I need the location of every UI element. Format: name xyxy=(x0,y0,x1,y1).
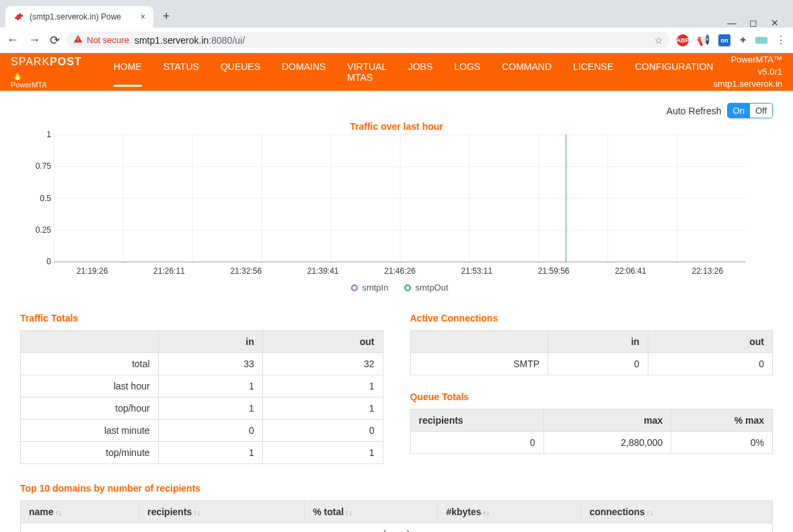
cell-pct-max: 0% xyxy=(671,432,773,454)
cell-in: 1 xyxy=(158,397,262,420)
url-host: smtp1.serverok.in xyxy=(135,35,209,46)
server-text: smtp1.serverok.in xyxy=(713,78,782,90)
chart-area[interactable]: 1 0.75 0.5 0.25 0 xyxy=(54,135,746,262)
sort-icon: ↑↓ xyxy=(193,508,200,517)
app-header: SPARKPOST 🔥 PowerMTA HOME STATUS QUEUES … xyxy=(0,53,793,91)
nav-home[interactable]: HOME xyxy=(114,57,142,87)
tab-strip: (smtp1.serverok.in) Powe × + — ◻ ✕ xyxy=(0,0,793,28)
nav-configuration[interactable]: CONFIGURATION xyxy=(635,57,713,87)
y-tick: 1 xyxy=(46,130,51,139)
top-domains-table: name↑↓ recipients↑↓ % total↑↓ #kbytes↑↓ … xyxy=(20,500,773,532)
active-connections-table: in out SMTP00 xyxy=(410,330,773,375)
cell-in: 33 xyxy=(158,353,262,375)
col-blank xyxy=(410,331,548,353)
x-tick: 22:06:41 xyxy=(592,266,669,276)
traffic-totals-table: in out total3332 last hour11 top/hour11 … xyxy=(20,330,383,464)
x-tick: 21:26:11 xyxy=(130,266,207,276)
more-menu-icon[interactable]: ⋮ xyxy=(776,34,786,46)
cell-out: 0 xyxy=(262,420,383,442)
col-label: recipients xyxy=(147,506,192,517)
window-minimize-button[interactable]: — xyxy=(727,18,737,28)
megaphone-icon[interactable]: 📢 xyxy=(697,34,710,46)
version-text: PowerMTA™ v5.0r1 xyxy=(713,54,782,78)
col-label: % total xyxy=(313,506,344,517)
cell-in: 0 xyxy=(548,353,648,375)
nav-queues[interactable]: QUEUES xyxy=(221,57,260,87)
col-in: in xyxy=(158,331,262,353)
nav-domains[interactable]: DOMAINS xyxy=(282,57,326,87)
row-label: last hour xyxy=(21,375,159,397)
x-tick: 21:32:56 xyxy=(208,266,285,276)
new-tab-button[interactable]: + xyxy=(157,5,176,28)
close-tab-icon[interactable]: × xyxy=(141,12,145,22)
row-label: total xyxy=(21,353,159,375)
nav-virtual-mtas[interactable]: VIRTUAL MTAS xyxy=(347,57,386,87)
sort-icon: ↑↓ xyxy=(646,508,654,517)
col-name[interactable]: name↑↓ xyxy=(21,501,139,523)
puzzle-extensions-icon[interactable]: ✦ xyxy=(739,34,747,46)
table-row: (none) xyxy=(21,523,773,533)
warning-icon xyxy=(73,34,83,46)
autorefresh-toggle[interactable]: On Off xyxy=(727,103,773,118)
cell-in: 0 xyxy=(158,420,262,442)
col-recipients: recipients xyxy=(410,410,543,432)
not-secure-indicator[interactable]: Not secure xyxy=(73,34,129,46)
col-kbytes[interactable]: #kbytes↑↓ xyxy=(438,501,581,523)
chart-y-axis: 1 0.75 0.5 0.25 0 xyxy=(27,135,51,262)
x-tick: 21:19:26 xyxy=(54,266,130,276)
browser-chrome: (smtp1.serverok.in) Powe × + — ◻ ✕ ← → ⟳… xyxy=(0,0,793,53)
sort-icon: ↑↓ xyxy=(345,508,352,517)
sort-icon: ↑↓ xyxy=(55,508,63,517)
bookmark-star-icon[interactable]: ☆ xyxy=(654,35,663,46)
right-column: Active Connections in out SMTP00 Queue T… xyxy=(410,306,773,464)
tab-title: (smtp1.serverok.in) Powe xyxy=(30,12,135,22)
nav-logs[interactable]: LOGS xyxy=(454,57,480,87)
row-label: top/hour xyxy=(21,397,159,420)
nav-license[interactable]: LICENSE xyxy=(573,57,613,87)
col-pct-total[interactable]: % total↑↓ xyxy=(305,501,438,523)
extension-icon[interactable]: on xyxy=(718,34,730,46)
nav-command[interactable]: COMMAND xyxy=(502,57,552,87)
nav-status[interactable]: STATUS xyxy=(163,57,199,87)
chart-title: Traffic over last hour xyxy=(20,121,773,132)
window-close-button[interactable]: ✕ xyxy=(770,18,780,28)
table-row: last minute00 xyxy=(21,420,383,442)
col-label: connections xyxy=(589,506,644,517)
col-label: name xyxy=(29,506,54,517)
sort-icon: ↑↓ xyxy=(483,508,490,517)
abp-icon[interactable]: ABP xyxy=(677,34,689,46)
not-secure-label: Not secure xyxy=(87,35,129,45)
x-tick: 21:59:56 xyxy=(515,266,592,276)
back-button[interactable]: ← xyxy=(7,33,19,48)
active-connections-title: Active Connections xyxy=(410,313,773,324)
window-maximize-button[interactable]: ◻ xyxy=(749,18,758,28)
forward-button[interactable]: → xyxy=(28,33,40,48)
col-connections[interactable]: connections↑↓ xyxy=(581,501,773,523)
y-tick: 0.25 xyxy=(36,225,51,235)
nav-jobs[interactable]: JOBS xyxy=(408,57,433,87)
autorefresh-label: Auto Refresh xyxy=(667,106,722,116)
autorefresh-off[interactable]: Off xyxy=(750,104,772,118)
header-info: PowerMTA™ v5.0r1 smtp1.serverok.in xyxy=(713,54,782,91)
traffic-totals-title: Traffic Totals xyxy=(20,313,383,324)
legend-smtpin[interactable]: smtpIn xyxy=(351,282,388,293)
page-content: Auto Refresh On Off Traffic over last ho… xyxy=(0,91,793,532)
reload-button[interactable]: ⟳ xyxy=(50,33,60,48)
x-tick: 21:39:41 xyxy=(285,266,361,276)
legend-smtpout[interactable]: smtpOut xyxy=(404,282,448,293)
autorefresh-on[interactable]: On xyxy=(728,104,750,118)
browser-tab[interactable]: (smtp1.serverok.in) Powe × xyxy=(5,6,153,28)
address-bar[interactable]: Not secure smtp1.serverok.in:8080/ui/ ☆ xyxy=(67,32,670,48)
chart-legend: smtpIn smtpOut xyxy=(54,282,746,293)
url-path: /ui/ xyxy=(232,35,245,46)
col-max: max xyxy=(543,410,671,432)
extension-icon-2[interactable] xyxy=(755,37,767,44)
y-tick: 0.5 xyxy=(40,194,51,203)
logo[interactable]: SPARKPOST 🔥 PowerMTA xyxy=(11,56,87,89)
cell-out: 32 xyxy=(262,353,383,375)
x-tick: 21:46:26 xyxy=(361,266,438,276)
legend-swatch-icon xyxy=(351,284,358,291)
table-row: top/minute11 xyxy=(21,442,383,464)
col-recipients[interactable]: recipients↑↓ xyxy=(139,501,305,523)
cell-max: 2,880,000 xyxy=(543,432,671,454)
